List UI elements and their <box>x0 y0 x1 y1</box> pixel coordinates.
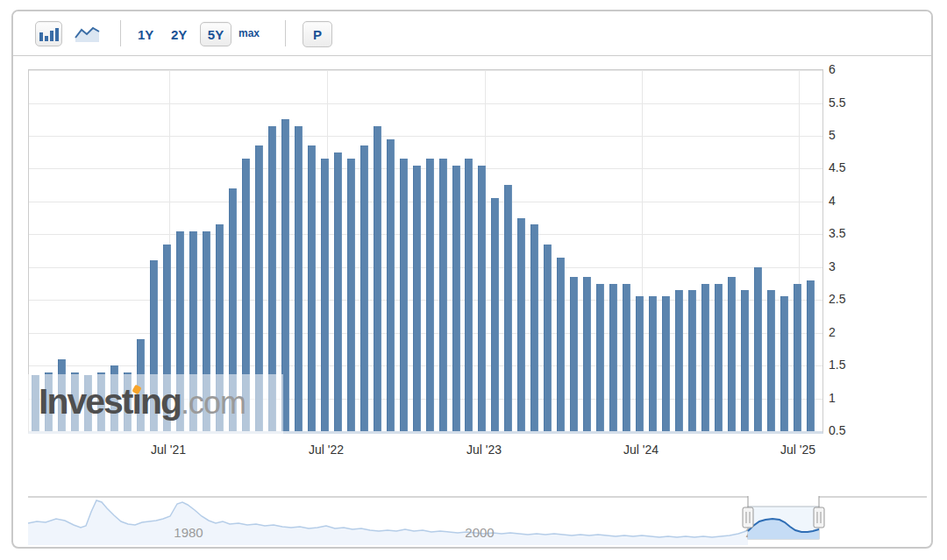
navigator-right-handle[interactable] <box>814 507 824 528</box>
bar[interactable] <box>675 290 683 431</box>
x-tick-label: Jul '25 <box>780 443 815 457</box>
navigator-series-area <box>28 500 748 545</box>
y-tick-label: 4 <box>829 194 836 208</box>
bar[interactable] <box>636 296 644 431</box>
bar[interactable] <box>767 290 775 431</box>
bar[interactable] <box>688 290 696 431</box>
bar[interactable] <box>374 126 381 431</box>
bar[interactable] <box>623 284 630 432</box>
line-chart-type-button[interactable] <box>75 25 101 44</box>
y-tick-label: 6 <box>829 62 836 76</box>
bar[interactable] <box>426 159 434 431</box>
y-tick-label: 0.5 <box>829 423 845 437</box>
bar[interactable] <box>570 277 578 431</box>
bar[interactable] <box>780 296 788 431</box>
bar[interactable] <box>728 277 736 431</box>
bar[interactable] <box>662 296 670 431</box>
bar[interactable] <box>400 159 408 431</box>
range-5y-label: 5Y <box>208 27 224 42</box>
bar[interactable] <box>544 245 552 432</box>
bar[interactable] <box>807 280 815 431</box>
bar[interactable] <box>583 277 591 431</box>
bar[interactable] <box>439 159 447 431</box>
y-tick-label: 1.5 <box>829 358 845 372</box>
y-tick-label: 1 <box>829 391 836 405</box>
watermark-box: Investıng.com <box>28 374 283 434</box>
range-2y-button[interactable]: 2Y <box>171 27 187 42</box>
bar[interactable] <box>491 198 499 431</box>
chart-widget: 1Y 2Y 5Y max P 65.554.543.532.521.510.5 … <box>11 10 933 549</box>
bar[interactable] <box>754 267 762 431</box>
bar[interactable] <box>321 159 329 431</box>
toolbar: 1Y 2Y 5Y max P <box>13 11 931 56</box>
bar[interactable] <box>334 152 342 431</box>
bar[interactable] <box>609 284 617 432</box>
bar-chart-type-button[interactable] <box>35 21 62 46</box>
bar-chart-icon <box>39 27 59 41</box>
navigator-year-label: 1980 <box>174 525 203 540</box>
x-tick-label: Jul '21 <box>151 443 186 457</box>
bar[interactable] <box>794 284 801 432</box>
navigator-year-label: 2000 <box>465 525 494 540</box>
range-1y-button[interactable]: 1Y <box>138 27 153 42</box>
y-tick-label: 3 <box>829 259 836 273</box>
bar[interactable] <box>715 284 723 432</box>
range-5y-button-selected[interactable]: 5Y <box>200 22 231 46</box>
bar[interactable] <box>741 290 749 431</box>
p-button-label: P <box>313 27 322 42</box>
bar[interactable] <box>360 145 368 431</box>
y-tick-label: 4.5 <box>829 160 845 174</box>
h-gridline <box>29 103 822 104</box>
bar[interactable] <box>596 284 604 432</box>
h-gridline <box>29 136 822 137</box>
bar[interactable] <box>557 258 565 432</box>
investing-com-logo: Investıng.com <box>39 381 246 422</box>
navigator-left-handle[interactable] <box>743 507 753 528</box>
bar[interactable] <box>530 224 538 431</box>
bar[interactable] <box>452 166 460 431</box>
toolbar-divider <box>120 20 121 46</box>
x-tick-label: Jul '23 <box>466 443 502 457</box>
y-tick-label: 5 <box>829 128 836 142</box>
x-tick-label: Jul '24 <box>623 443 659 457</box>
bar[interactable] <box>465 159 473 431</box>
y-tick-label: 5.5 <box>829 96 845 110</box>
h-gridline <box>29 70 822 71</box>
y-tick-label: 2 <box>829 325 836 339</box>
bar[interactable] <box>504 185 512 431</box>
bar[interactable] <box>295 126 303 431</box>
range-max-button[interactable]: max <box>239 27 260 39</box>
bar[interactable] <box>701 284 709 432</box>
bar[interactable] <box>649 296 657 431</box>
x-tick-label: Jul '22 <box>309 443 344 457</box>
p-button[interactable]: P <box>303 21 332 47</box>
bar[interactable] <box>308 145 316 431</box>
bar[interactable] <box>517 218 525 432</box>
bar[interactable] <box>478 166 486 431</box>
toolbar-divider <box>285 20 286 46</box>
y-tick-label: 2.5 <box>829 292 845 306</box>
bar[interactable] <box>347 159 355 431</box>
y-tick-label: 3.5 <box>829 226 845 240</box>
bar[interactable] <box>387 139 395 431</box>
bar[interactable] <box>413 166 421 431</box>
range-navigator[interactable]: 198020002020 <box>28 493 927 549</box>
